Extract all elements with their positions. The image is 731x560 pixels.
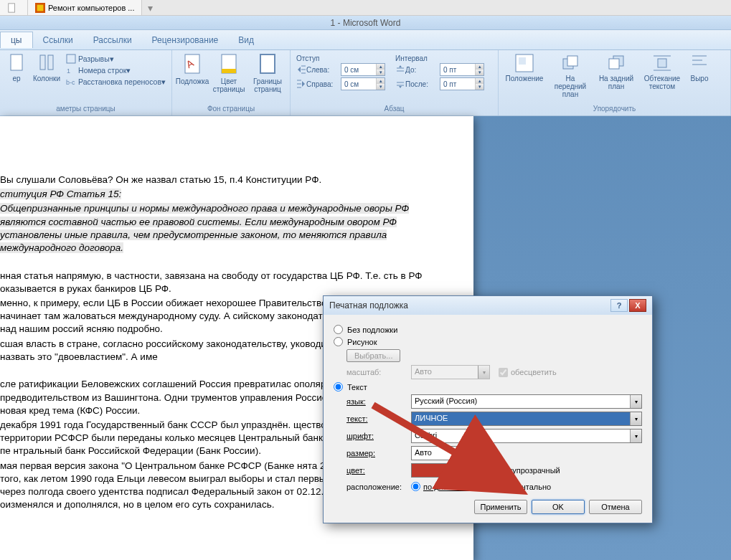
numbers-icon: 1 (66, 65, 76, 75)
size-button[interactable]: ер (3, 52, 30, 84)
svg-rect-25 (519, 57, 526, 65)
ok-button[interactable]: OK (532, 500, 585, 514)
space-after-label: После: (405, 80, 440, 88)
color-swatch[interactable] (411, 463, 467, 478)
indent-right-label: Справа: (306, 80, 341, 88)
ribbon-tab-mailings[interactable]: Рассылки (83, 32, 142, 48)
svg-rect-30 (658, 59, 666, 67)
align-icon (691, 53, 708, 75)
svg-text:1: 1 (67, 67, 70, 75)
doc-text: Вы слушали Соловьёва? Он же назвал стать… (0, 174, 452, 186)
ribbon-tab-references[interactable]: Ссылки (33, 32, 83, 48)
svg-rect-4 (40, 55, 45, 70)
indent-heading: Отступ (296, 54, 385, 62)
size-label: размер: (346, 449, 411, 457)
position-button[interactable]: Положение (501, 52, 547, 84)
new-tab-button[interactable]: ▾ (142, 2, 159, 14)
size-combo[interactable]: Авто▾ (411, 446, 490, 460)
doc-text: ституция РФ Статья 15: (0, 189, 121, 199)
indent-left-spinner[interactable]: 0 см▴▾ (341, 63, 385, 76)
window-title: 1 - Microsoft Word (0, 16, 731, 30)
ribbon-tab-layout[interactable]: цы (0, 32, 33, 48)
space-before-label: До: (405, 66, 440, 74)
font-combo[interactable]: Calibri▾ (411, 429, 642, 443)
language-label: язык: (346, 397, 411, 406)
scale-label: масштаб: (346, 368, 411, 376)
semitransparent-checkbox[interactable]: полупрозрачный (487, 466, 560, 475)
breaks-icon (66, 54, 76, 64)
watermark-dialog: Печатная подложка ? X Без подложки Рисун… (323, 295, 653, 523)
watermark-button[interactable]: A Подложка (175, 52, 209, 87)
indent-right-icon (296, 79, 306, 89)
choose-picture-button: Выбрать... (346, 349, 400, 362)
dialog-title: Печатная подложка (329, 300, 609, 310)
text-wrap-button[interactable]: Обтекание текстом (639, 52, 685, 92)
indent-right-spinner[interactable]: 0 см▴▾ (341, 77, 385, 90)
favicon (35, 3, 45, 13)
svg-rect-27 (567, 56, 577, 66)
radio-text[interactable]: Текст (334, 382, 642, 391)
page-color-button[interactable]: Цвет страницы (209, 52, 248, 95)
space-after-icon (395, 79, 405, 89)
browser-tab-strip: Ремонт компьютеров ... ▾ (0, 0, 731, 16)
font-label: шрифт: (346, 432, 411, 440)
ribbon-tabs: цы Ссылки Рассылки Рецензирование Вид (0, 30, 731, 50)
layout-label: расположение: (346, 483, 411, 491)
space-before-icon (395, 65, 405, 75)
columns-icon (38, 53, 55, 73)
wrap-icon (652, 53, 672, 75)
text-combo[interactable]: ЛИЧНОЕ▾ (411, 412, 642, 426)
color-label: цвет: (346, 466, 411, 475)
ribbon: ер Колонки Разрывы ▾ 1Номера строк ▾ b-c… (0, 50, 731, 116)
group-label-background: Фон страницы (175, 105, 287, 114)
browser-tab-1[interactable] (0, 0, 28, 15)
svg-rect-3 (11, 54, 22, 70)
back-icon (606, 53, 626, 75)
doc-text: нная статья напрямую, в частности, завяз… (0, 270, 452, 295)
svg-text:b-c: b-c (66, 79, 75, 86)
language-combo[interactable]: Русский (Россия)▾ (411, 394, 642, 409)
hyphenation-button[interactable]: b-cРасстановка переносов ▾ (63, 76, 169, 87)
position-icon (514, 53, 534, 75)
washout-checkbox: обесцветить (499, 368, 557, 377)
radio-diagonal[interactable]: по диагонали (411, 482, 472, 491)
radio-picture[interactable]: Рисунок (334, 337, 642, 346)
send-back-button[interactable]: На задний план (593, 52, 639, 92)
scale-combo: Авто▾ (411, 365, 490, 379)
help-button[interactable]: ? (610, 299, 628, 312)
svg-rect-29 (609, 59, 619, 69)
space-after-spinner[interactable]: 0 пт▴▾ (440, 77, 484, 90)
radio-no-watermark[interactable]: Без подложки (334, 325, 642, 334)
spacing-heading: Интервал (395, 54, 484, 62)
svg-rect-13 (260, 54, 275, 73)
group-label-pagesetup: аметры страницы (3, 105, 169, 114)
page-borders-button[interactable]: Границы страниц (248, 52, 287, 95)
space-before-spinner[interactable]: 0 пт▴▾ (440, 63, 484, 76)
watermark-icon: A (182, 53, 202, 76)
doc-text: Общепризнанные принципы и нормы междунар… (0, 203, 409, 253)
svg-rect-6 (67, 54, 75, 63)
ribbon-tab-review[interactable]: Рецензирование (142, 32, 229, 48)
text-label: текст: (346, 414, 411, 423)
columns-button[interactable]: Колонки (30, 52, 63, 84)
browser-tab-2[interactable]: Ремонт компьютеров ... (28, 0, 142, 15)
svg-rect-2 (37, 4, 44, 11)
align-button[interactable]: Выро (685, 52, 714, 84)
dialog-titlebar[interactable]: Печатная подложка ? X (324, 296, 652, 315)
cancel-button[interactable]: Отмена (589, 500, 642, 514)
svg-rect-5 (48, 55, 53, 70)
apply-button[interactable]: Применить (474, 500, 527, 514)
breaks-button[interactable]: Разрывы ▾ (63, 53, 169, 65)
radio-horizontal[interactable]: горизонтально (485, 482, 551, 491)
line-numbers-button[interactable]: 1Номера строк ▾ (63, 65, 169, 76)
borders-icon (258, 53, 278, 76)
page-icon (8, 53, 25, 73)
close-button[interactable]: X (629, 299, 646, 312)
svg-rect-12 (222, 69, 236, 73)
bring-front-button[interactable]: На передний план (547, 52, 593, 100)
color-dropdown[interactable]: ▾ (467, 463, 478, 478)
svg-rect-0 (9, 3, 15, 11)
page-icon (7, 3, 17, 13)
ribbon-tab-view[interactable]: Вид (228, 32, 264, 48)
indent-left-icon (296, 65, 306, 75)
